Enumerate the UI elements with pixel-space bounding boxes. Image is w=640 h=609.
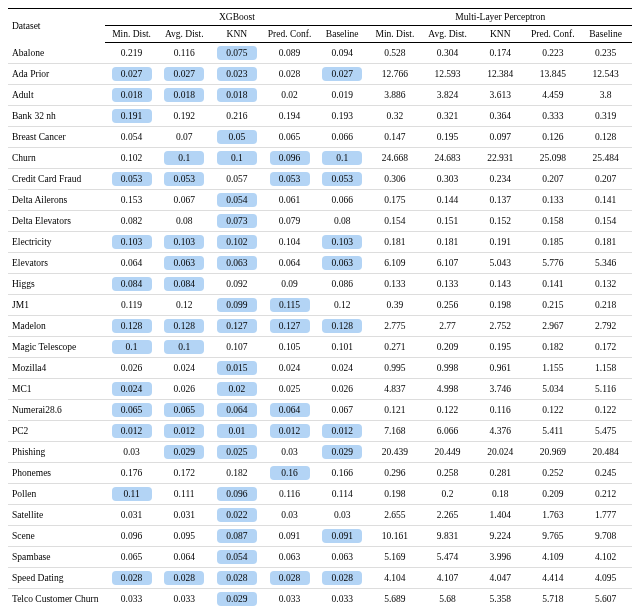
dataset-name: Spambase [8, 547, 105, 568]
value-cell: 0.05 [211, 127, 264, 148]
value-cell: 0.027 [316, 64, 369, 85]
value-cell: 0.152 [474, 211, 527, 232]
value-cell: 0.054 [105, 127, 158, 148]
value-cell: 9.831 [421, 526, 474, 547]
value-cell: 0.11 [105, 484, 158, 505]
value-cell: 0.128 [579, 127, 632, 148]
col-metric: Baseline [316, 26, 369, 43]
value-cell: 0.033 [263, 589, 316, 610]
value-cell: 0.067 [158, 190, 211, 211]
table-row: Scene0.0960.0950.0870.0910.09110.1619.83… [8, 526, 632, 547]
value-cell: 0.022 [211, 505, 264, 526]
value-cell: 0.101 [316, 337, 369, 358]
highlight: 0.053 [322, 172, 362, 186]
value-cell: 0.154 [369, 211, 422, 232]
value-cell: 0.195 [474, 337, 527, 358]
value-cell: 2.752 [474, 316, 527, 337]
table-row: Mozilla40.0260.0240.0150.0240.0240.9950.… [8, 358, 632, 379]
value-cell: 12.766 [369, 64, 422, 85]
highlight: 0.012 [164, 424, 204, 438]
highlight: 0.1 [217, 151, 257, 165]
value-cell: 0.01 [211, 421, 264, 442]
value-cell: 0.033 [105, 589, 158, 610]
value-cell: 0.245 [579, 463, 632, 484]
highlight: 0.063 [164, 256, 204, 270]
value-cell: 0.053 [263, 169, 316, 190]
value-cell: 0.087 [211, 526, 264, 547]
col-dataset: Dataset [8, 9, 105, 43]
value-cell: 6.109 [369, 253, 422, 274]
value-cell: 0.198 [474, 295, 527, 316]
table-row: Bank 32 nh0.1910.1920.2160.1940.1930.320… [8, 106, 632, 127]
table-row: Numerai28.60.0650.0650.0640.0640.0670.12… [8, 400, 632, 421]
value-cell: 5.607 [579, 589, 632, 610]
table-row: Madelon0.1280.1280.1270.1270.1282.7752.7… [8, 316, 632, 337]
col-metric: Min. Dist. [105, 26, 158, 43]
value-cell: 0.32 [369, 106, 422, 127]
value-cell: 0.02 [211, 379, 264, 400]
value-cell: 0.019 [316, 85, 369, 106]
value-cell: 0.025 [211, 442, 264, 463]
highlight: 0.065 [164, 403, 204, 417]
highlight: 0.16 [270, 466, 310, 480]
results-table: Dataset XGBoost Multi-Layer Perceptron M… [8, 8, 632, 609]
highlight: 0.028 [322, 571, 362, 585]
highlight: 0.128 [112, 319, 152, 333]
table-row: Ada Prior0.0270.0270.0230.0280.02712.766… [8, 64, 632, 85]
value-cell: 0.147 [369, 127, 422, 148]
value-cell: 0.08 [158, 211, 211, 232]
highlight: 0.02 [217, 382, 257, 396]
value-cell: 0.065 [105, 400, 158, 421]
value-cell: 0.063 [316, 253, 369, 274]
highlight: 0.029 [217, 592, 257, 606]
highlight: 0.025 [217, 445, 257, 459]
value-cell: 0.033 [158, 589, 211, 610]
value-cell: 0.116 [474, 400, 527, 421]
value-cell: 0.064 [211, 400, 264, 421]
value-cell: 0.215 [527, 295, 580, 316]
table-row: JM10.1190.120.0990.1150.120.390.2560.198… [8, 295, 632, 316]
value-cell: 2.967 [527, 316, 580, 337]
dataset-name: JM1 [8, 295, 105, 316]
value-cell: 0.216 [211, 106, 264, 127]
table-row: Satellite0.0310.0310.0220.030.032.6552.2… [8, 505, 632, 526]
value-cell: 0.364 [474, 106, 527, 127]
value-cell: 0.031 [158, 505, 211, 526]
value-cell: 4.837 [369, 379, 422, 400]
table-row: Churn0.1020.10.10.0960.124.66824.68322.9… [8, 148, 632, 169]
value-cell: 0.028 [211, 568, 264, 589]
value-cell: 0.028 [105, 568, 158, 589]
value-cell: 0.998 [421, 358, 474, 379]
value-cell: 24.668 [369, 148, 422, 169]
value-cell: 0.012 [158, 421, 211, 442]
value-cell: 1.763 [527, 505, 580, 526]
value-cell: 0.127 [263, 316, 316, 337]
value-cell: 4.107 [421, 568, 474, 589]
highlight: 0.064 [270, 403, 310, 417]
value-cell: 0.319 [579, 106, 632, 127]
value-cell: 0.151 [421, 211, 474, 232]
value-cell: 0.057 [211, 169, 264, 190]
highlight: 0.012 [270, 424, 310, 438]
dataset-name: Credit Card Fraud [8, 169, 105, 190]
value-cell: 0.258 [421, 463, 474, 484]
value-cell: 4.102 [579, 547, 632, 568]
highlight: 0.028 [270, 571, 310, 585]
highlight: 0.065 [112, 403, 152, 417]
value-cell: 25.484 [579, 148, 632, 169]
highlight: 0.053 [164, 172, 204, 186]
value-cell: 0.128 [316, 316, 369, 337]
value-cell: 4.047 [474, 568, 527, 589]
value-cell: 0.176 [105, 463, 158, 484]
table-row: Spambase0.0650.0640.0540.0630.0635.1695.… [8, 547, 632, 568]
dataset-name: MC1 [8, 379, 105, 400]
value-cell: 12.543 [579, 64, 632, 85]
highlight: 0.027 [164, 67, 204, 81]
highlight: 0.028 [164, 571, 204, 585]
value-cell: 0.103 [316, 232, 369, 253]
value-cell: 6.066 [421, 421, 474, 442]
dataset-name: Ada Prior [8, 64, 105, 85]
value-cell: 0.053 [105, 169, 158, 190]
value-cell: 0.064 [263, 253, 316, 274]
value-cell: 0.18 [474, 484, 527, 505]
